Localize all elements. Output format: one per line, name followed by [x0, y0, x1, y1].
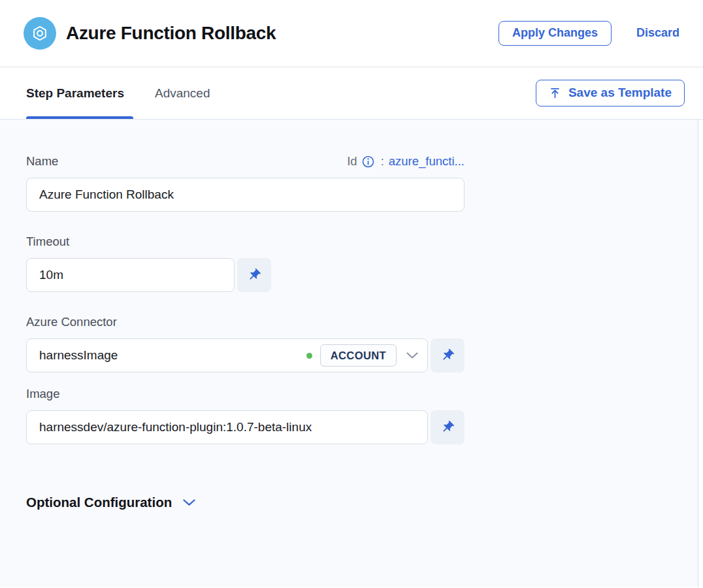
connector-status-dot	[306, 353, 312, 359]
pin-icon	[244, 265, 264, 285]
connector-select[interactable]: harnessImage ACCOUNT	[26, 338, 428, 372]
timeout-row	[26, 258, 703, 292]
name-field-header: Name Id : azure_functi...	[26, 154, 465, 169]
name-input[interactable]	[26, 178, 465, 212]
connector-value: harnessImage	[39, 348, 306, 363]
connector-scope-badge: ACCOUNT	[320, 344, 397, 367]
save-as-template-label: Save as Template	[568, 86, 672, 100]
timeout-input[interactable]	[26, 258, 235, 292]
info-icon[interactable]	[362, 155, 374, 168]
image-pin-button[interactable]	[431, 410, 465, 444]
timeout-label: Timeout	[26, 234, 703, 250]
image-input[interactable]	[26, 410, 428, 444]
hexagon-nut-icon	[31, 24, 49, 42]
save-as-template-button[interactable]: Save as Template	[536, 80, 685, 106]
connector-pin-button[interactable]	[431, 338, 465, 372]
step-type-icon	[24, 17, 56, 50]
chevron-down-icon[interactable]	[406, 352, 418, 359]
apply-changes-button[interactable]: Apply Changes	[499, 21, 612, 46]
pin-icon	[437, 417, 457, 437]
optional-configuration-toggle[interactable]: Optional Configuration	[26, 495, 261, 510]
timeout-pin-button[interactable]	[237, 258, 271, 292]
pin-icon	[437, 345, 457, 365]
discard-button[interactable]: Discard	[636, 26, 679, 40]
image-row	[26, 410, 703, 444]
panel-edge-strip	[698, 120, 703, 587]
name-label: Name	[26, 154, 58, 169]
connector-row: harnessImage ACCOUNT	[26, 338, 703, 372]
step-config-panel: Azure Function Rollback Apply Changes Di…	[0, 0, 703, 588]
page-title: Azure Function Rollback	[66, 23, 276, 44]
panel-header: Azure Function Rollback Apply Changes Di…	[0, 0, 703, 67]
identifier-group: Id : azure_functi...	[347, 154, 465, 169]
tab-bar: Step Parameters Advanced Save as Templat…	[0, 67, 703, 120]
chevron-down-icon	[183, 499, 195, 506]
upload-icon	[549, 87, 561, 99]
image-label: Image	[26, 386, 703, 402]
id-colon: :	[381, 154, 384, 169]
step-parameters-content: Name Id : azure_functi... Timeout	[0, 120, 703, 587]
id-value-link[interactable]: azure_functi...	[389, 154, 465, 169]
tab-advanced[interactable]: Advanced	[155, 67, 210, 119]
tab-step-parameters[interactable]: Step Parameters	[26, 67, 124, 119]
header-actions: Apply Changes Discard	[499, 21, 679, 46]
connector-label: Azure Connector	[26, 314, 703, 330]
id-label: Id	[347, 154, 357, 169]
optional-configuration-label: Optional Configuration	[26, 495, 172, 510]
